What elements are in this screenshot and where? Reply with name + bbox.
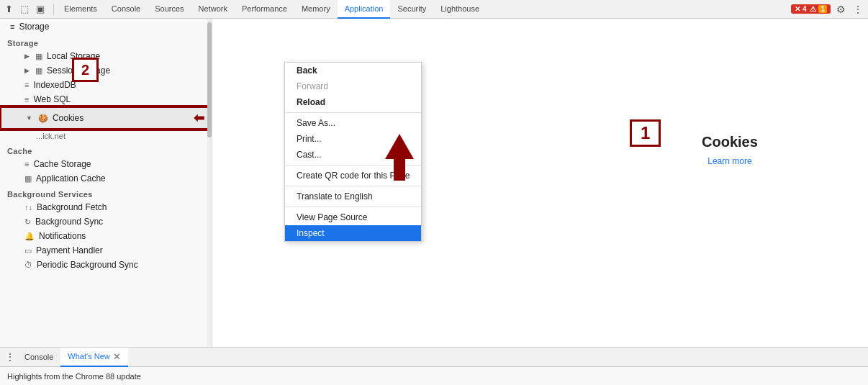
application-cache-label: Application Cache (36, 173, 106, 184)
cache-storage-label: Cache Storage (33, 159, 91, 169)
cookies-info-panel: Cookies Learn more (702, 134, 758, 166)
expand-arrow-icon: ▶ (24, 53, 30, 60)
bg-sync-icon: ↻ (24, 217, 31, 227)
bg-fetch-icon: ↑↓ (24, 203, 32, 212)
device-icon[interactable]: ▣ (35, 4, 46, 15)
expand-arrow-icon: ▼ (26, 114, 32, 122)
top-right-controls: ✕ 4 ⚠ 1 ⚙ ⋮ (791, 2, 865, 17)
context-menu-reload[interactable]: Reload (285, 94, 421, 110)
bottom-dots-menu[interactable]: ⋮ (3, 348, 17, 367)
cursor-icon[interactable]: ⬆ (3, 4, 14, 15)
sidebar-item-payment-handler[interactable]: ▭ Payment Handler (0, 243, 212, 258)
sidebar-item-application-cache[interactable]: ▦ Application Cache (0, 171, 212, 186)
main-layout: ≡ Storage Storage ▶ ▦ Local Storage ▶ ▦ … (0, 19, 868, 347)
indexeddb-label: IndexedDB (33, 80, 76, 90)
local-storage-icon: ▦ (35, 52, 42, 61)
warn-count: 1 (818, 5, 827, 13)
context-menu-view-source[interactable]: View Page Source (285, 209, 421, 225)
expand-arrow-icon: ▶ (24, 67, 30, 74)
indexeddb-icon: ≡ (24, 81, 29, 89)
tab-console[interactable]: Console (104, 0, 148, 19)
tab-performance[interactable]: Performance (235, 0, 294, 19)
sidebar-item-notifications[interactable]: 🔔 Notifications (0, 229, 212, 243)
close-whats-new-icon[interactable]: ✕ (113, 352, 121, 361)
cookies-icon: 🍪 (38, 114, 48, 123)
periodic-bg-sync-label: Periodic Background Sync (37, 260, 138, 270)
annotation-1: 1 (630, 119, 661, 147)
sidebar-item-session-storage[interactable]: ▶ ▦ Session Storage 2 (0, 63, 212, 78)
status-bar: Highlights from the Chrome 88 update (0, 366, 868, 385)
sidebar-item-local-storage[interactable]: ▶ ▦ Local Storage (0, 49, 212, 63)
left-arrow-indicator: ⬅ (194, 110, 204, 126)
bg-sync-label: Background Sync (35, 217, 103, 227)
context-menu-translate[interactable]: Translate to English (285, 189, 421, 204)
context-menu-back[interactable]: Back (285, 63, 421, 78)
bottom-whats-new-label: What's New (68, 352, 109, 361)
cookies-panel-title: Cookies (702, 134, 758, 150)
sidebar-item-websql[interactable]: ≡ Web SQL (0, 92, 212, 107)
cookies-label: Cookies (53, 113, 83, 123)
context-menu-forward[interactable]: Forward (285, 78, 421, 94)
status-bar-text: Highlights from the Chrome 88 update (7, 372, 141, 381)
payment-handler-label: Payment Handler (36, 245, 103, 255)
error-x-icon: ✕ (795, 5, 800, 13)
bottom-tab-console[interactable]: Console (17, 348, 60, 367)
cookies-learn-more-link[interactable]: Learn more (707, 156, 751, 166)
session-storage-icon: ▦ (35, 66, 42, 76)
devtools-tab-bar: ⬆ ⬚ ▣ Elements Console Sources Network P… (0, 0, 868, 19)
tab-application[interactable]: Application (338, 0, 391, 19)
sidebar-scrollbar-track (207, 19, 212, 347)
warn-icon: ⚠ (810, 5, 816, 13)
sidebar-storage-label: Storage (19, 22, 49, 32)
sidebar-scrollbar-thumb[interactable] (207, 22, 212, 137)
tab-lighthouse[interactable]: Lighthouse (433, 0, 487, 19)
sidebar-item-cookies[interactable]: ▼ 🍪 Cookies ⬅ (0, 107, 212, 130)
separator-1 (285, 112, 421, 113)
bottom-tabs-bar: ⋮ Console What's New ✕ (0, 347, 868, 366)
cache-section-header: Cache (0, 142, 212, 157)
bg-services-header: Background Services (0, 186, 212, 200)
tab-memory[interactable]: Memory (294, 0, 338, 19)
notifications-icon: 🔔 (24, 232, 35, 241)
sidebar-item-cookie-subdomain[interactable]: ...ick.net (0, 130, 212, 142)
application-cache-icon: ▦ (24, 174, 32, 184)
more-options-icon[interactable]: ⋮ (851, 2, 865, 17)
red-arrow-indicator (378, 127, 421, 186)
annotation-2: 2 (72, 58, 99, 82)
websql-icon: ≡ (24, 95, 29, 104)
bg-fetch-label: Background Fetch (37, 202, 107, 212)
bottom-tab-whats-new[interactable]: What's New ✕ (60, 348, 127, 367)
cache-storage-icon: ≡ (24, 160, 29, 168)
storage-icon: ≡ (10, 22, 14, 31)
error-count: 4 (803, 5, 807, 13)
cookie-domain-label: ...ick.net (36, 132, 65, 140)
sidebar-item-storage-top[interactable]: ≡ Storage (0, 19, 212, 35)
tab-elements[interactable]: Elements (57, 0, 104, 19)
tab-sources[interactable]: Sources (148, 0, 191, 19)
content-area: Back Forward Reload Save As... Print... … (212, 19, 868, 347)
separator-4 (285, 207, 421, 207)
sidebar-item-periodic-bg-sync[interactable]: ⏱ Periodic Background Sync (0, 258, 212, 272)
bottom-console-label: Console (24, 353, 53, 361)
periodic-bg-sync-icon: ⏱ (24, 261, 32, 269)
notifications-label: Notifications (39, 231, 86, 241)
error-badge[interactable]: ✕ 4 ⚠ 1 (791, 4, 831, 14)
devtools-icons: ⬆ ⬚ ▣ (3, 4, 54, 15)
inspect-icon[interactable]: ⬚ (19, 4, 30, 15)
sidebar-item-indexeddb[interactable]: ≡ IndexedDB (0, 78, 212, 92)
sidebar-item-bg-fetch[interactable]: ↑↓ Background Fetch (0, 200, 212, 214)
storage-section-header: Storage (0, 35, 212, 49)
websql-label: Web SQL (33, 94, 71, 104)
context-menu-inspect[interactable]: Inspect (285, 225, 421, 241)
tab-security[interactable]: Security (390, 0, 433, 19)
settings-icon[interactable]: ⚙ (833, 2, 848, 17)
sidebar: ≡ Storage Storage ▶ ▦ Local Storage ▶ ▦ … (0, 19, 212, 347)
sidebar-item-bg-sync[interactable]: ↻ Background Sync (0, 214, 212, 229)
sidebar-item-cache-storage[interactable]: ≡ Cache Storage (0, 157, 212, 171)
svg-marker-0 (385, 134, 414, 181)
payment-handler-icon: ▭ (24, 246, 32, 255)
tab-network[interactable]: Network (191, 0, 235, 19)
